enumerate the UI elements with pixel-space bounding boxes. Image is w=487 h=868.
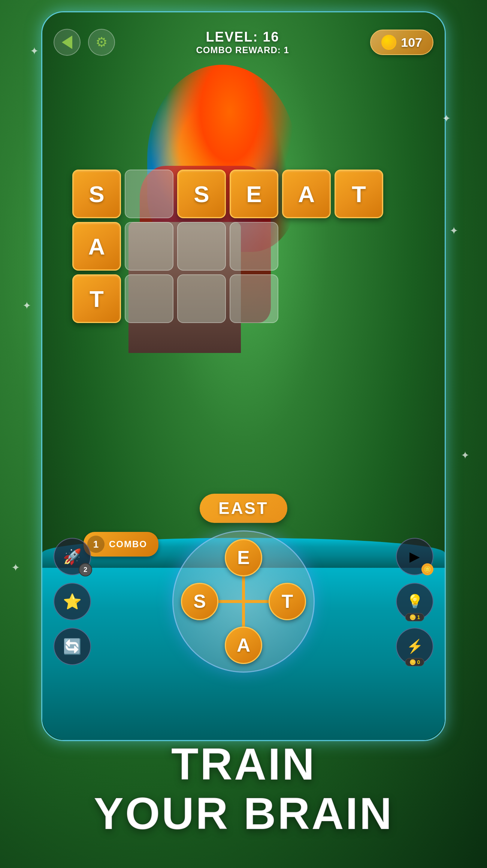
wheel-letter-a[interactable]: A (225, 627, 262, 664)
back-button[interactable] (54, 29, 81, 56)
sparkle-decoration: ✦ (22, 299, 31, 312)
tile-empty-4 (230, 222, 278, 271)
header: ⚙ LEVEL: 16 COMBO REWARD: 1 107 (42, 12, 445, 72)
combo-reward-display: COMBO REWARD: 1 (196, 45, 289, 55)
tagline-line1: TRAIN (0, 739, 487, 789)
tile-empty-2 (125, 222, 173, 271)
letter-wheel[interactable]: E T A S (172, 530, 315, 673)
level-display: LEVEL: 16 (196, 29, 289, 45)
tile-empty-3 (177, 222, 226, 271)
sparkle-decoration: ✦ (461, 449, 469, 462)
sparkle-decoration: ✦ (11, 561, 20, 574)
tile-empty-1 (125, 170, 173, 218)
tile-t1: T (335, 170, 383, 218)
wheel-letter-s[interactable]: S (181, 583, 218, 620)
coin-badge: 107 (370, 30, 433, 55)
tagline-line2: YOUR BRAIN (0, 789, 487, 838)
tile-s2: S (177, 170, 226, 218)
sparkle-decoration: ✦ (30, 45, 39, 57)
coin-count: 107 (401, 35, 422, 50)
tile-e: E (230, 170, 278, 218)
current-word-display: EAST (200, 494, 287, 523)
bottom-game-area: EAST E T A S (42, 494, 445, 673)
tile-empty-6 (177, 274, 226, 323)
header-left: ⚙ (54, 29, 115, 56)
wheel-letter-e[interactable]: E (225, 539, 262, 576)
tile-empty-7 (230, 274, 278, 323)
header-center: LEVEL: 16 COMBO REWARD: 1 (196, 29, 289, 55)
tile-a2: A (72, 222, 121, 271)
settings-button[interactable]: ⚙ (88, 29, 115, 56)
sparkle-decoration: ✦ (442, 112, 451, 125)
wheel-letter-t[interactable]: T (269, 583, 306, 620)
tile-a1: A (282, 170, 331, 218)
sparkle-decoration: ✦ (450, 225, 458, 237)
tagline: TRAIN YOUR BRAIN (0, 739, 487, 838)
tile-t2: T (72, 274, 121, 323)
word-grid: S S E A T A T (72, 170, 383, 323)
tile-s1: S (72, 170, 121, 218)
tile-empty-5 (125, 274, 173, 323)
coin-icon (381, 35, 396, 50)
phone-frame: ⚙ LEVEL: 16 COMBO REWARD: 1 107 S S E A … (41, 11, 446, 741)
